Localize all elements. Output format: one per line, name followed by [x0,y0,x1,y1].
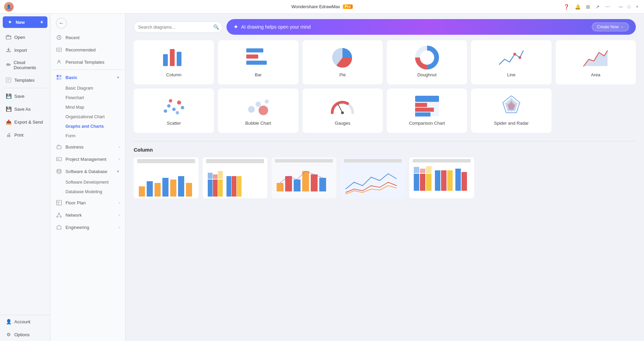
svg-point-39 [259,106,268,115]
grid-icon[interactable]: ⊞ [586,4,590,10]
cat-sub-basic-diagram[interactable]: Basic Diagram [50,83,125,93]
cat-sub-mind-map[interactable]: Mind Map [50,103,125,112]
svg-rect-6 [57,75,59,77]
svg-rect-74 [213,174,218,179]
chart-card-doughnut[interactable]: Doughnut [387,40,467,84]
sidebar-item-cloud[interactable]: Cloud Documents [0,57,50,74]
svg-point-29 [518,56,521,59]
cat-item-basic[interactable]: Basic ▼ [50,71,125,83]
svg-line-41 [338,104,342,113]
cat-item-floor-plan[interactable]: Floor Plan › [50,197,125,209]
cat-item-personal[interactable]: Personal Templates [50,56,125,68]
sidebar-item-save[interactable]: 💾 Save [0,90,50,103]
ai-icon: ✦ [233,23,238,31]
template-card-3[interactable] [272,157,336,198]
ai-banner[interactable]: ✦ AI drawing helps open your mind Create… [226,19,636,35]
chart-card-pie[interactable]: Pie [303,40,383,84]
template-card-5[interactable] [409,157,474,198]
svg-rect-84 [302,171,309,191]
sidebar-item-options[interactable]: ⚙ Options [0,328,50,341]
toolbar-icons: ❓ 🔔 ⊞ ↗ ⋯ [564,4,610,10]
sidebar-item-new[interactable]: ✦ New + [3,16,47,28]
svg-rect-81 [277,183,283,191]
sidebar-item-export[interactable]: 📤 Export & Send [0,115,50,128]
cat-sub-org-chart[interactable]: Organizational Chart [50,112,125,122]
template-card-1[interactable] [134,157,199,198]
svg-rect-71 [213,180,218,197]
cat-item-recommended[interactable]: Recommended [50,44,125,56]
network-icon [56,212,62,218]
minimize-button[interactable]: — [618,4,624,10]
chart-card-area[interactable]: Area [556,40,636,84]
cat-personal-label: Personal Templates [65,60,104,65]
create-now-button[interactable]: Create Now → [592,22,629,31]
cat-item-software-db[interactable]: Software & Database ▼ [50,165,125,177]
chart-card-comparison[interactable]: Comparison Chart [387,89,467,133]
templates-label: Templates [14,78,34,83]
svg-rect-72 [218,180,223,197]
svg-rect-97 [435,170,440,191]
column-chart-label: Column [166,72,181,77]
options-label: Options [14,332,30,337]
search-icon[interactable]: 🔍 [213,24,219,30]
cat-item-business[interactable]: Business › [50,141,125,153]
cat-sub-sw-dev[interactable]: Software Development [50,177,125,187]
svg-rect-76 [226,176,231,197]
cat-item-engineering[interactable]: Engineering › [50,221,125,233]
sidebar-item-print[interactable]: 🖨 Print [0,128,50,141]
cat-sub-graphs-charts[interactable]: Graphs and Charts [50,122,125,131]
chart-card-bubble[interactable]: Bubble Chart [218,89,298,133]
sidebar-item-saveas[interactable]: 💾 Save As [0,103,50,115]
svg-point-38 [255,102,261,107]
avatar[interactable]: 👤 [4,2,14,12]
maximize-button[interactable]: □ [626,4,632,10]
sidebar-item-open[interactable]: Open [0,31,50,44]
sidebar-item-import[interactable]: Import [0,44,50,57]
chart-card-bar[interactable]: Bar [218,40,298,84]
svg-point-33 [177,100,181,105]
doughnut-chart-label: Doughnut [417,72,436,77]
share-icon[interactable]: ↗ [596,4,600,10]
chart-card-gauges[interactable]: Gauges [303,89,383,133]
cat-item-project-mgmt[interactable]: Project Management › [50,153,125,165]
notification-icon[interactable]: 🔔 [575,4,581,10]
sidebar-item-account[interactable]: 👤 Account [0,315,50,328]
back-button[interactable]: ← [56,18,67,29]
svg-rect-64 [162,178,169,197]
template-card-2[interactable] [203,157,267,198]
chart-card-column[interactable]: Column [134,40,214,84]
cat-item-network[interactable]: Network › [50,209,125,221]
svg-point-28 [513,53,516,56]
sidebar-item-templates[interactable]: Templates [0,74,50,87]
cat-sub-form[interactable]: Form [50,131,125,141]
section-divider [134,141,636,141]
cat-sub-flowchart[interactable]: Flowchart [50,93,125,103]
doughnut-chart-icon [413,46,441,69]
template-card-4[interactable] [340,157,405,198]
chart-card-line[interactable]: Line [471,40,551,84]
scatter-chart-icon [160,94,188,118]
svg-rect-94 [414,167,419,173]
recent-icon [56,34,62,41]
search-input[interactable] [134,21,222,33]
basic-icon [56,74,62,80]
cat-item-recent[interactable]: Recent [50,31,125,44]
svg-rect-19 [177,52,181,66]
chart-card-spider[interactable]: Spider and Radar [471,89,551,133]
save-label: Save [14,94,25,99]
close-button[interactable]: × [634,4,640,10]
bar-chart-label: Bar [255,72,262,77]
comparison-chart-label: Comparison Chart [409,121,445,126]
svg-rect-77 [232,176,236,197]
cat-sub-db-modeling[interactable]: Database Modeling [50,187,125,197]
svg-rect-47 [415,112,430,117]
svg-rect-75 [218,171,223,179]
svg-point-5 [58,60,60,62]
category-sidebar: ← Recent Recommended Personal Templates [50,14,126,341]
help-icon[interactable]: ❓ [564,4,569,10]
chart-card-scatter[interactable]: Scatter [134,89,214,133]
more-icon[interactable]: ⋯ [605,4,610,10]
area-chart-label: Area [591,72,600,77]
svg-rect-21 [246,48,263,52]
sidebar-new-label: New [16,20,25,25]
